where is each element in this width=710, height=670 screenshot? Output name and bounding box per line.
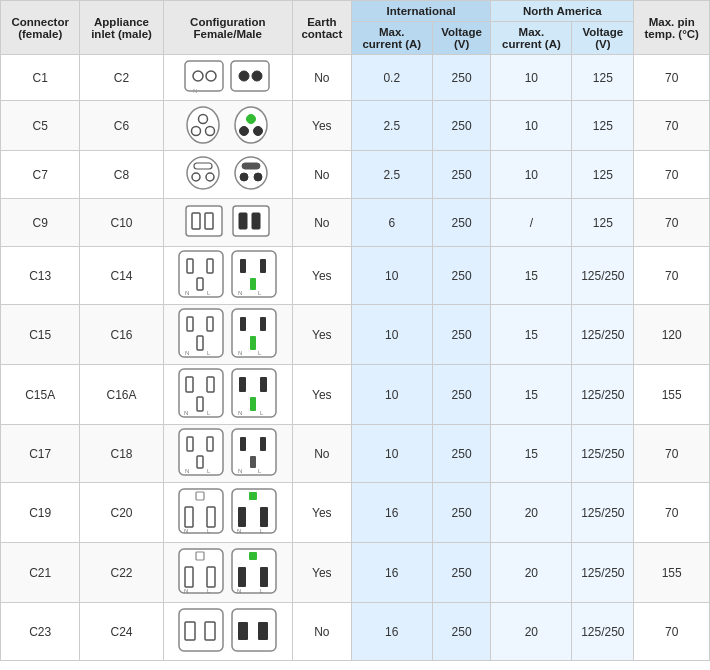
svg-rect-61 [260,377,267,392]
svg-rect-98 [260,567,268,587]
svg-rect-74 [250,456,256,468]
header-intl-max: Max.current (A) [351,22,432,55]
cell-maxpin: 70 [634,151,710,199]
cell-intl-voltage: 250 [432,247,491,305]
svg-point-14 [246,115,255,124]
cell-appliance: C22 [80,543,163,603]
cell-earth: No [292,199,351,247]
cell-connector: C1 [1,55,80,101]
svg-point-11 [235,107,267,143]
cell-maxpin: 70 [634,101,710,151]
cell-na-voltage: 125 [572,199,634,247]
svg-point-21 [254,173,262,181]
table-row: C13 C14 N L N L Yes 10 250 15 125/250 70 [1,247,710,305]
svg-point-7 [187,107,219,143]
cell-intl-voltage: 250 [432,55,491,101]
svg-rect-62 [250,397,256,411]
cell-connector: C21 [1,543,80,603]
cell-config [163,101,292,151]
cell-intl-voltage: 250 [432,543,491,603]
cell-intl-max: 6 [351,199,432,247]
svg-text:N: N [193,88,197,94]
cell-earth: No [292,151,351,199]
header-na-voltage: Voltage(V) [572,22,634,55]
cell-intl-max: 10 [351,425,432,483]
cell-na-max: 15 [491,305,572,365]
cell-maxpin: 155 [634,543,710,603]
svg-rect-27 [239,213,247,229]
cell-earth: No [292,603,351,661]
cell-appliance: C16 [80,305,163,365]
cell-connector: C13 [1,247,80,305]
cell-appliance: C8 [80,151,163,199]
cell-connector: C15 [1,305,80,365]
cell-connector: C23 [1,603,80,661]
svg-text:N: N [184,528,188,534]
cell-intl-voltage: 250 [432,365,491,425]
cell-earth: Yes [292,101,351,151]
cell-intl-voltage: 250 [432,603,491,661]
cell-intl-max: 2.5 [351,101,432,151]
cell-connector: C7 [1,151,80,199]
svg-text:N: N [238,410,242,416]
cell-intl-max: 10 [351,247,432,305]
cell-na-voltage: 125 [572,101,634,151]
cell-config: N L N L [163,543,292,603]
cell-config: N L N L [163,483,292,543]
svg-point-6 [252,71,262,81]
cell-appliance: C2 [80,55,163,101]
svg-text:N: N [185,350,189,356]
svg-rect-60 [239,377,246,392]
cell-na-voltage: 125/250 [572,247,634,305]
cell-earth: No [292,55,351,101]
cell-connector: C17 [1,425,80,483]
svg-rect-105 [238,622,248,640]
header-international: International [351,1,491,22]
svg-rect-37 [260,259,266,273]
cell-intl-max: 10 [351,365,432,425]
header-connector: Connector(female) [1,1,80,55]
cell-config: N L N L [163,305,292,365]
header-na-max: Max.current (A) [491,22,572,55]
svg-point-12 [239,127,248,136]
cell-intl-voltage: 250 [432,199,491,247]
cell-intl-voltage: 250 [432,305,491,365]
svg-text:N: N [238,290,242,296]
cell-intl-voltage: 250 [432,101,491,151]
table-row: C19 C20 N L N L Yes 16 250 20 125/250 70 [1,483,710,543]
cell-intl-max: 16 [351,603,432,661]
cell-appliance: C18 [80,425,163,483]
cell-na-voltage: 125 [572,151,634,199]
cell-na-max: 10 [491,101,572,151]
svg-point-13 [253,127,262,136]
cell-na-voltage: 125/250 [572,425,634,483]
header-north-america: North America [491,1,634,22]
cell-intl-voltage: 250 [432,425,491,483]
svg-text:N: N [238,468,242,474]
cell-appliance: C24 [80,603,163,661]
cell-earth: Yes [292,305,351,365]
svg-rect-49 [260,317,266,331]
cell-na-voltage: 125 [572,55,634,101]
cell-config [163,603,292,661]
header-maxpin: Max. pintemp. (°C) [634,1,710,55]
cell-intl-voltage: 250 [432,483,491,543]
svg-rect-48 [240,317,246,331]
svg-rect-4 [231,61,269,91]
cell-intl-max: 16 [351,543,432,603]
cell-config: N L N L [163,425,292,483]
svg-point-15 [187,157,219,189]
cell-na-max: 10 [491,55,572,101]
cell-na-voltage: 125/250 [572,483,634,543]
cell-na-max: 20 [491,543,572,603]
svg-rect-97 [238,567,246,587]
svg-rect-26 [233,206,269,236]
svg-rect-106 [258,622,268,640]
cell-intl-max: 10 [351,305,432,365]
cell-na-max: 20 [491,603,572,661]
cell-maxpin: 155 [634,365,710,425]
svg-rect-96 [249,552,257,560]
cell-maxpin: 70 [634,55,710,101]
cell-connector: C5 [1,101,80,151]
cell-config: N [163,55,292,101]
